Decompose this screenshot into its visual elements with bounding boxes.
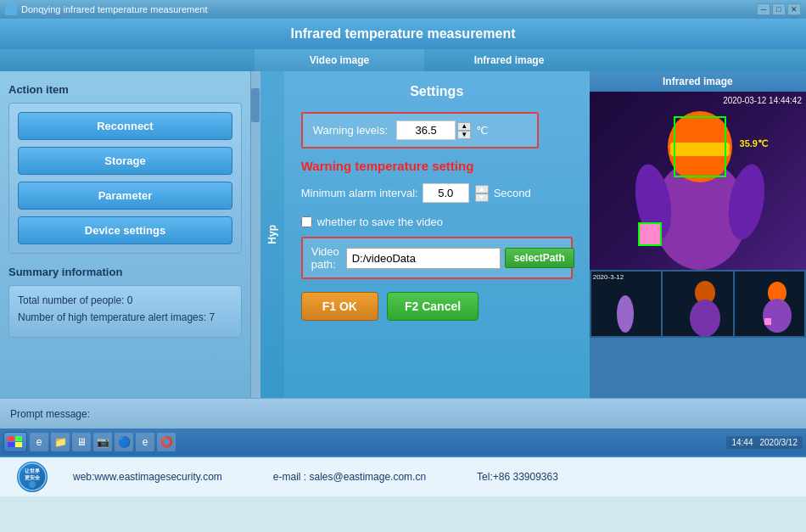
svg-text:让世界: 让世界	[25, 468, 41, 473]
svg-rect-18	[8, 442, 14, 447]
summary-title: Summary information	[8, 266, 242, 278]
svg-point-8	[617, 295, 634, 333]
save-video-label: whether to save the video	[317, 216, 443, 228]
title-bar: Donqying infrared temperature measuremen…	[0, 0, 806, 19]
thumb1-label: 2020-3-12	[593, 273, 659, 281]
settings-panel: Settings Warning levels: ▲ ▼ ℃ Warning t…	[284, 71, 590, 398]
footer-email: e-mail : sales@eastimage.com.cn	[273, 471, 426, 483]
alarm-interval-label: Minimum alarm interval:	[301, 187, 418, 199]
thumbnail-3	[735, 272, 804, 336]
svg-point-11	[690, 300, 720, 336]
thumb2-image	[663, 272, 732, 336]
ok-button[interactable]: F1 OK	[301, 292, 378, 321]
device-settings-button[interactable]: Device settings	[18, 216, 232, 244]
left-panel: Action item Reconnect Storage Parameter …	[0, 71, 250, 398]
video-path-input[interactable]	[346, 248, 501, 269]
tab-infrared-image[interactable]: Infrared image	[424, 49, 594, 71]
svg-rect-19	[15, 442, 22, 447]
total-people-value: 0	[127, 294, 133, 306]
main-title: Infrared temperature measurement	[291, 26, 516, 42]
svg-rect-17	[15, 436, 22, 441]
alarm-interval-input[interactable]	[423, 183, 469, 203]
main-header: Infrared temperature measurement	[0, 19, 806, 49]
parameter-button[interactable]: Parameter	[18, 182, 232, 210]
reconnect-button[interactable]: Reconnect	[18, 112, 232, 140]
taskbar-icon-2[interactable]: 📷	[93, 433, 112, 451]
scrollbar[interactable]	[250, 71, 260, 398]
footer: 让世界 更安全 web:www.eastimagesecurity.com e-…	[0, 456, 806, 496]
warning-spinner[interactable]: ▲ ▼	[457, 122, 471, 139]
app-title: Donqying infrared temperature measuremen…	[21, 4, 757, 14]
warning-level-label: Warning levels:	[313, 124, 388, 137]
summary-box: Total number of people: 0 Number of high…	[8, 285, 242, 338]
alarm-spin-down[interactable]: ▼	[475, 193, 489, 202]
select-path-button[interactable]: selectPath	[505, 248, 574, 268]
video-path-label: Video path:	[311, 245, 339, 271]
spin-up-button[interactable]: ▲	[457, 122, 471, 131]
taskbar-date: 2020/3/12	[760, 438, 798, 447]
action-item-title: Action item	[8, 83, 242, 96]
logo-circle: 让世界 更安全	[17, 462, 48, 492]
hyp-label: Hyp	[266, 225, 278, 244]
clock: 14:44	[731, 438, 753, 447]
footer-phone: Tel:+86 33909363	[477, 471, 558, 483]
warning-level-input[interactable]	[396, 120, 456, 140]
start-button[interactable]	[3, 432, 27, 452]
taskbar-icon-1[interactable]: 🖥	[72, 433, 91, 451]
prompt-label: Prompt message:	[10, 408, 90, 420]
footer-website: web:www.eastimagesecurity.com	[73, 471, 222, 483]
alarm-spin-up[interactable]: ▲	[475, 185, 489, 193]
dialog-buttons: F1 OK F2 Cancel	[301, 292, 573, 321]
taskbar: e 📁 🖥 📷 🔵 e ⭕ 14:44 2020/3/12	[0, 428, 806, 456]
logo-icon: 让世界 更安全	[18, 462, 47, 491]
thumb3-image	[735, 272, 804, 336]
warning-unit: ℃	[476, 124, 489, 137]
thermal-figure	[590, 92, 802, 270]
svg-rect-15	[764, 318, 771, 325]
svg-rect-16	[8, 436, 14, 441]
taskbar-icon-5[interactable]: ⭕	[157, 433, 176, 451]
alarm-interval-row: Minimum alarm interval: ▲ ▼ Second	[301, 183, 573, 203]
settings-title: Settings	[301, 84, 573, 99]
infrared-header: Infrared image	[590, 71, 806, 92]
total-people-label: Total number of people:	[18, 294, 124, 306]
svg-point-14	[763, 299, 792, 333]
alarm-spinner[interactable]: ▲ ▼	[475, 185, 489, 202]
infrared-main-image: 2020-03-12 14:44:42 35.9℃	[590, 92, 806, 270]
spin-down-button[interactable]: ▼	[457, 131, 471, 139]
system-tray: 14:44 2020/3/12	[726, 436, 803, 449]
alert-images-row: Number of high temperature alert images:…	[18, 311, 232, 323]
alert-images-value: 7	[209, 311, 215, 323]
cancel-button[interactable]: F2 Cancel	[387, 292, 479, 321]
tab-video-image[interactable]: Video image	[255, 49, 424, 71]
maximize-button[interactable]: □	[772, 3, 786, 15]
thumbnail-1: 2020-3-12	[591, 272, 661, 336]
warning-temp-text: Warning temperature setting	[301, 159, 573, 173]
action-buttons-group: Reconnect Storage Parameter Device setti…	[8, 103, 242, 254]
save-video-checkbox[interactable]	[301, 216, 312, 227]
window-controls: ─ □ ✕	[757, 3, 801, 15]
taskbar-icon-3[interactable]: 🔵	[115, 433, 133, 451]
minimize-button[interactable]: ─	[757, 3, 770, 15]
svg-text:更安全: 更安全	[24, 474, 41, 480]
video-path-row: Video path: selectPath	[301, 237, 573, 279]
thumb1-image	[591, 272, 661, 336]
close-button[interactable]: ✕	[787, 3, 801, 15]
alarm-interval-unit: Second	[494, 187, 531, 199]
thumbnail-2	[663, 272, 732, 336]
infrared-thumbnails: 2020-3-12	[590, 270, 806, 338]
storage-button[interactable]: Storage	[18, 147, 232, 175]
svg-rect-4	[670, 143, 730, 156]
taskbar-icon-4[interactable]: e	[136, 433, 154, 451]
svg-point-23	[29, 481, 36, 488]
scroll-thumb[interactable]	[251, 88, 260, 122]
alert-images-label: Number of high temperature alert images:	[18, 311, 206, 323]
right-panel: Infrared image 2020-03-12 14:44:42 35.9℃	[590, 71, 806, 398]
windows-logo-icon	[8, 436, 23, 448]
ie-icon[interactable]: e	[30, 433, 48, 451]
folder-icon[interactable]: 📁	[51, 433, 70, 451]
svg-rect-6	[639, 223, 661, 245]
warning-level-row: Warning levels: ▲ ▼ ℃	[301, 112, 539, 148]
prompt-bar: Prompt message:	[0, 398, 806, 428]
footer-logo: 让世界 更安全	[17, 462, 48, 492]
